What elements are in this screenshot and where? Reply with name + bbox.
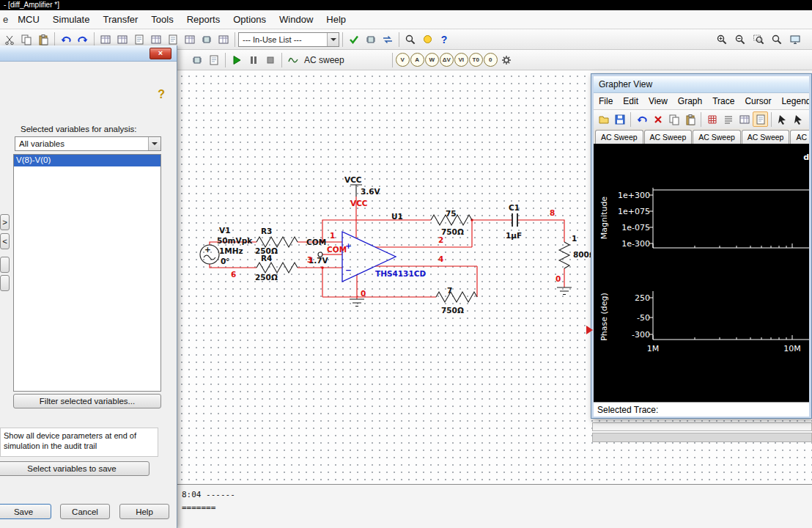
save-button[interactable]: Save (0, 504, 51, 519)
circuit-schematic[interactable]: VCC 3.6V V1 50mVpk 1MHz 0° R3 250Ω R4 25… (182, 170, 594, 326)
tab-ac-sweep-2[interactable]: AC Sweep (644, 130, 693, 144)
dialog-titlebar[interactable]: × (0, 45, 177, 62)
phase-tick-labels: 250 -50 -300 (632, 293, 650, 340)
menu-item-simulate[interactable]: Simulate (46, 12, 97, 27)
find-icon[interactable] (402, 32, 418, 48)
database-manager-icon[interactable] (215, 32, 232, 48)
menu-item-cropped[interactable]: e (0, 12, 11, 27)
erc-check-icon[interactable] (346, 32, 362, 48)
open-icon[interactable] (596, 111, 611, 127)
axes-icon[interactable] (737, 111, 752, 127)
resistor-r3[interactable] (256, 237, 298, 247)
combo-dropdown-icon[interactable] (327, 33, 339, 46)
grapher-menu-file[interactable]: File (594, 94, 618, 109)
parent-sheet-icon[interactable] (182, 32, 198, 48)
menu-item-tools[interactable]: Tools (144, 12, 180, 27)
menu-item-mcu[interactable]: MCU (11, 12, 46, 27)
active-analysis-label[interactable]: AC sweep (304, 55, 344, 65)
back-annotate-icon[interactable] (380, 32, 396, 48)
grapher-menu-legend[interactable]: Legend (776, 94, 809, 109)
breadboard-icon[interactable] (363, 32, 379, 48)
digital-probe-icon[interactable]: 0 (484, 53, 498, 67)
grid-icon[interactable] (704, 111, 720, 127)
v1-plus-mark: + (204, 245, 211, 254)
menu-item-reports[interactable]: Reports (180, 12, 227, 27)
select-arrow-icon[interactable] (775, 111, 790, 127)
grapher-titlebar[interactable]: Grapher View (594, 76, 809, 92)
probe-settings-gear-icon[interactable] (498, 52, 514, 68)
tab-ac-sweep-1[interactable]: AC Sweep (595, 130, 643, 144)
combo-dropdown-icon[interactable] (148, 137, 160, 150)
grapher-menu-graph[interactable]: Graph (673, 94, 707, 109)
resistor-r4[interactable] (256, 263, 298, 273)
run-simulation-icon[interactable] (229, 52, 245, 68)
differential-voltage-probe-icon[interactable]: ΔV (440, 53, 454, 67)
selected-variables-list[interactable]: V(8)-V(0) (13, 154, 161, 392)
copy-icon[interactable] (666, 111, 682, 127)
close-icon[interactable]: × (150, 48, 171, 59)
save-icon[interactable] (612, 111, 627, 127)
cancel-button[interactable]: Cancel (60, 504, 110, 519)
menu-item-window[interactable]: Window (273, 12, 320, 27)
tab-ac-sweep-4[interactable]: AC Sweep (742, 130, 790, 144)
wire-icon[interactable] (206, 52, 222, 68)
trace-cursor-icon[interactable] (791, 111, 806, 127)
ground-symbol-left[interactable] (350, 299, 364, 307)
selected-trace-bar: Selected Trace: (594, 402, 809, 417)
reference-probe-icon[interactable]: T0 (469, 53, 483, 67)
stop-simulation-icon[interactable] (262, 52, 278, 68)
in-use-list-combo[interactable]: --- In-Use List --- (238, 32, 339, 47)
help-icon[interactable]: ? (436, 32, 452, 48)
junction-icon[interactable] (189, 52, 205, 68)
remove-variable-button[interactable]: < (0, 233, 10, 249)
add-expression-button[interactable] (0, 275, 10, 291)
audit-trail-checkbox-label[interactable]: Show all device parameters at end of sim… (0, 428, 158, 457)
legend-icon[interactable] (720, 111, 736, 127)
paste-icon[interactable] (682, 111, 698, 127)
separator (399, 32, 399, 47)
voltage-current-probe-icon[interactable]: VI (454, 53, 468, 67)
grapher-menu-trace[interactable]: Trace (707, 94, 739, 109)
zoom-area-icon[interactable] (750, 32, 767, 48)
menu-item-options[interactable]: Options (226, 12, 273, 27)
list-item[interactable]: V(8)-V(0) (14, 155, 160, 166)
voltage-probe-icon[interactable]: V (396, 53, 410, 67)
ground-symbol-right[interactable] (557, 287, 572, 295)
trace-marker-arrow[interactable] (586, 326, 593, 334)
select-variables-to-save-button[interactable]: Select variables to save (0, 461, 150, 476)
docked-panel-scrollbar[interactable] (592, 422, 812, 431)
grapher-menu-cursor[interactable]: Cursor (739, 94, 776, 109)
tab-ac-sweep-3[interactable]: AC Sweep (693, 130, 741, 144)
tab-ac-sweep-5[interactable]: AC Sweep (790, 130, 809, 144)
menu-item-help[interactable]: Help (320, 12, 353, 27)
active-analysis-icon[interactable] (285, 52, 301, 68)
edit-expression-button[interactable] (0, 257, 10, 273)
zoom-fit-icon[interactable] (769, 32, 785, 48)
component-wizard-icon[interactable] (199, 32, 215, 48)
power-probe-icon[interactable]: W (425, 53, 439, 67)
v1-name-label: V1 (219, 226, 230, 235)
education-icon[interactable] (419, 32, 435, 48)
current-probe-icon[interactable]: A (410, 53, 424, 67)
fullscreen-icon[interactable] (787, 32, 803, 48)
help-button[interactable]: Help (119, 504, 169, 519)
delete-icon[interactable] (650, 111, 665, 127)
pause-simulation-icon[interactable] (246, 52, 262, 68)
properties-icon[interactable] (753, 111, 768, 127)
menu-item-transfer[interactable]: Transfer (96, 12, 144, 27)
grapher-menu-view[interactable]: View (643, 94, 673, 109)
undo-icon[interactable] (634, 111, 649, 127)
zoom-in-icon[interactable] (714, 32, 730, 48)
capacitor-c1[interactable] (512, 213, 517, 227)
ac-sweep-plot-area[interactable]: d Magnitude Phase (deg) 1e+300 1e+075 (594, 144, 809, 402)
resistor-rf-bottom[interactable] (436, 292, 477, 302)
filter-selected-variables-button[interactable]: Filter selected variables... (13, 394, 161, 408)
add-variable-button[interactable]: > (0, 214, 10, 230)
resistor-rload[interactable] (559, 242, 569, 268)
variable-filter-combo[interactable]: All variables (15, 136, 161, 151)
dialog-help-icon[interactable]: ? (158, 88, 165, 101)
separator (225, 53, 226, 67)
docked-panel-edge[interactable] (592, 433, 812, 442)
zoom-out-icon[interactable] (732, 32, 748, 48)
grapher-menu-edit[interactable]: Edit (618, 94, 643, 109)
